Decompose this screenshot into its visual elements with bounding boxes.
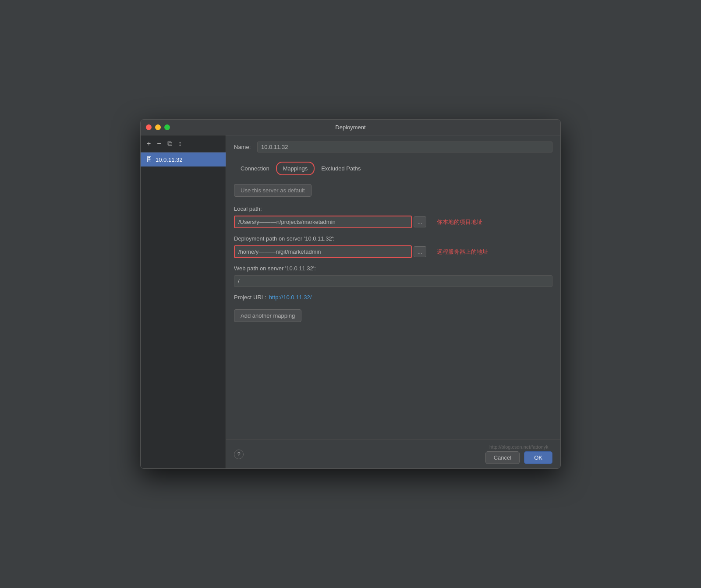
window-controls	[146, 124, 170, 130]
copy-server-button[interactable]: ⧉	[166, 139, 174, 149]
web-path-input[interactable]	[234, 275, 552, 287]
project-url-label: Project URL:	[234, 294, 266, 301]
local-path-annotation: 你本地的项目地址	[428, 218, 538, 226]
help-button[interactable]: ?	[234, 450, 244, 459]
name-label: Name:	[234, 144, 254, 150]
project-url-link[interactable]: http://10.0.11.32/	[269, 294, 312, 301]
main-layout: + − ⧉ ↕ 🗄 10.0.11.32 Name: Connection Ma…	[141, 135, 560, 468]
watermark: http://blog.csdn.net/fattonyk	[485, 444, 552, 451]
remove-server-button[interactable]: −	[155, 139, 163, 149]
sidebar-item-server[interactable]: 🗄 10.0.11.32	[141, 152, 226, 166]
deployment-path-annotation: 远程服务器上的地址	[428, 248, 538, 256]
name-row: Name:	[226, 135, 560, 157]
sidebar: + − ⧉ ↕ 🗄 10.0.11.32	[141, 135, 226, 468]
web-path-label: Web path on server '10.0.11.32':	[234, 265, 552, 272]
minimize-button[interactable]	[155, 124, 161, 130]
deployment-path-label: Deployment path on server '10.0.11.32':	[234, 235, 552, 242]
use-as-default-button[interactable]: Use this server as default	[234, 184, 312, 197]
deployment-path-row: ... 远程服务器上的地址 ...	[234, 245, 552, 258]
mappings-panel: Use this server as default Local path: .…	[226, 175, 560, 439]
cancel-button[interactable]: Cancel	[485, 451, 520, 464]
deployment-window: Deployment + − ⧉ ↕ 🗄 10.0.11.32 Name:	[140, 119, 561, 469]
bottom-actions: http://blog.csdn.net/fattonyk Cancel OK	[485, 444, 552, 464]
local-path-label: Local path:	[234, 205, 552, 212]
tab-excluded-paths[interactable]: Excluded Paths	[315, 162, 367, 175]
content-area: Name: Connection Mappings Excluded Paths…	[226, 135, 560, 468]
deployment-path-browse-button[interactable]: ...	[414, 246, 426, 257]
deployment-path-input[interactable]	[234, 245, 412, 258]
sidebar-toolbar: + − ⧉ ↕	[141, 135, 226, 152]
ok-button[interactable]: OK	[524, 451, 552, 464]
tabs: Connection Mappings Excluded Paths	[226, 157, 560, 175]
move-server-button[interactable]: ↕	[177, 139, 184, 149]
maximize-button[interactable]	[164, 124, 170, 130]
titlebar: Deployment	[141, 120, 560, 135]
bottom-bar: ? http://blog.csdn.net/fattonyk Cancel O…	[226, 439, 560, 468]
local-path-browse-button[interactable]: ...	[414, 216, 426, 227]
server-icon: 🗄	[146, 156, 152, 163]
add-mapping-button[interactable]: Add another mapping	[234, 309, 301, 322]
tab-mappings[interactable]: Mappings	[276, 162, 315, 175]
local-path-row: ... 你本地的项目地址 ...	[234, 216, 552, 228]
tab-connection[interactable]: Connection	[234, 162, 276, 175]
dialog-buttons: Cancel OK	[485, 451, 552, 464]
close-button[interactable]	[146, 124, 152, 130]
server-label: 10.0.11.32	[156, 156, 182, 163]
name-input[interactable]	[257, 142, 552, 152]
add-server-button[interactable]: +	[145, 139, 152, 149]
window-title: Deployment	[335, 124, 365, 131]
project-url-row: Project URL: http://10.0.11.32/	[234, 294, 552, 301]
local-path-input[interactable]	[234, 216, 412, 228]
